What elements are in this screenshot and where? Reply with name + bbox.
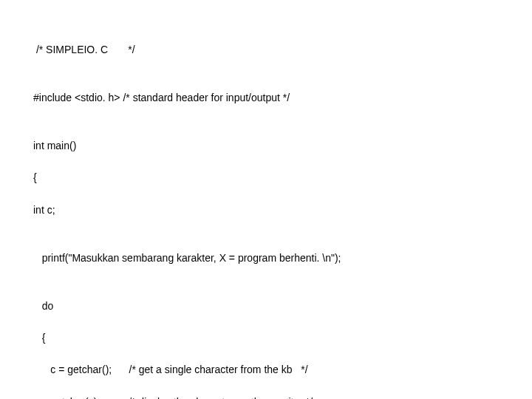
code-line: int c;	[33, 202, 499, 219]
code-line: #include <stdio. h> /* standard header f…	[33, 90, 499, 106]
code-line: {	[33, 330, 499, 347]
code-line: {	[33, 170, 499, 186]
code-line: printf("Masukkan sembarang karakter, X =…	[33, 250, 499, 267]
code-line: int main()	[33, 138, 499, 154]
code-line: /* SIMPLEIO. C */	[33, 42, 499, 58]
code-line: c = getchar(); /* get a single character…	[33, 362, 499, 378]
code-line: putchar(c); /* display the character on …	[33, 395, 499, 399]
code-block: /* SIMPLEIO. C */ #include <stdio. h> /*…	[0, 0, 532, 399]
code-line: do	[33, 299, 499, 315]
